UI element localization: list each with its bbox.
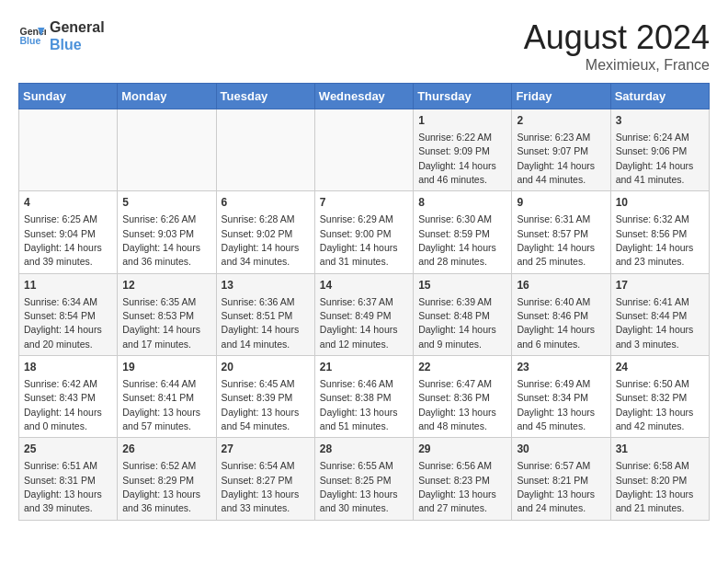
weekday-header-row: SundayMondayTuesdayWednesdayThursdayFrid… [19,84,710,109]
calendar-cell: 29Sunrise: 6:56 AM Sunset: 8:23 PM Dayli… [414,438,512,520]
svg-text:Blue: Blue [20,35,41,46]
day-info: Sunrise: 6:28 AM Sunset: 9:02 PM Dayligh… [222,213,300,267]
day-number: 29 [418,442,506,457]
calendar-cell: 6Sunrise: 6:28 AM Sunset: 9:02 PM Daylig… [216,191,314,273]
calendar-cell: 21Sunrise: 6:46 AM Sunset: 8:38 PM Dayli… [314,356,413,438]
day-info: Sunrise: 6:57 AM Sunset: 8:21 PM Dayligh… [517,460,595,513]
day-info: Sunrise: 6:56 AM Sunset: 8:23 PM Dayligh… [418,460,496,513]
day-number: 21 [320,360,408,375]
day-number: 18 [24,360,112,375]
day-info: Sunrise: 6:32 AM Sunset: 8:56 PM Dayligh… [616,213,694,267]
calendar-cell: 26Sunrise: 6:52 AM Sunset: 8:29 PM Dayli… [118,438,216,520]
day-info: Sunrise: 6:52 AM Sunset: 8:29 PM Dayligh… [122,460,200,513]
day-number: 20 [222,360,310,375]
day-number: 23 [517,360,605,375]
day-info: Sunrise: 6:34 AM Sunset: 8:54 PM Dayligh… [24,296,102,350]
day-info: Sunrise: 6:55 AM Sunset: 8:25 PM Dayligh… [320,460,398,513]
day-number: 11 [24,278,112,293]
day-info: Sunrise: 6:51 AM Sunset: 8:31 PM Dayligh… [24,460,102,513]
calendar-cell: 22Sunrise: 6:47 AM Sunset: 8:36 PM Dayli… [414,356,512,438]
day-number: 1 [418,113,506,129]
day-info: Sunrise: 6:30 AM Sunset: 8:59 PM Dayligh… [418,213,496,267]
calendar-cell: 9Sunrise: 6:31 AM Sunset: 8:57 PM Daylig… [512,191,610,273]
day-number: 13 [222,278,310,293]
calendar-cell: 19Sunrise: 6:44 AM Sunset: 8:41 PM Dayli… [118,356,216,438]
day-info: Sunrise: 6:54 AM Sunset: 8:27 PM Dayligh… [222,460,300,513]
day-number: 25 [24,442,112,457]
title-block: August 2024 Meximieux, France [524,18,710,74]
day-info: Sunrise: 6:50 AM Sunset: 8:32 PM Dayligh… [616,378,694,431]
location: Meximieux, France [524,57,710,74]
day-info: Sunrise: 6:47 AM Sunset: 8:36 PM Dayligh… [418,378,496,431]
day-info: Sunrise: 6:31 AM Sunset: 8:57 PM Dayligh… [517,213,595,267]
calendar-cell: 7Sunrise: 6:29 AM Sunset: 9:00 PM Daylig… [314,191,413,273]
weekday-header-tuesday: Tuesday [216,84,314,109]
calendar-table: SundayMondayTuesdayWednesdayThursdayFrid… [18,83,710,521]
calendar-cell: 28Sunrise: 6:55 AM Sunset: 8:25 PM Dayli… [314,438,413,520]
week-row-1: 1Sunrise: 6:22 AM Sunset: 9:09 PM Daylig… [19,109,710,191]
calendar-cell: 31Sunrise: 6:58 AM Sunset: 8:20 PM Dayli… [610,438,709,520]
day-number: 31 [616,442,704,457]
day-number: 3 [616,113,704,129]
weekday-header-wednesday: Wednesday [314,84,413,109]
calendar-cell: 30Sunrise: 6:57 AM Sunset: 8:21 PM Dayli… [512,438,610,520]
day-number: 27 [222,442,310,457]
day-number: 9 [517,195,605,211]
logo-general: General [50,18,105,36]
calendar-cell: 2Sunrise: 6:23 AM Sunset: 9:07 PM Daylig… [512,109,610,191]
day-info: Sunrise: 6:40 AM Sunset: 8:46 PM Dayligh… [517,296,595,350]
weekday-header-saturday: Saturday [610,84,709,109]
day-number: 6 [222,195,310,211]
day-info: Sunrise: 6:22 AM Sunset: 9:09 PM Dayligh… [418,132,496,185]
day-info: Sunrise: 6:25 AM Sunset: 9:04 PM Dayligh… [24,213,102,267]
day-number: 4 [24,195,112,211]
day-number: 7 [320,195,408,211]
logo: General Blue General Blue [18,18,105,53]
day-info: Sunrise: 6:26 AM Sunset: 9:03 PM Dayligh… [122,213,200,267]
day-number: 14 [320,278,408,293]
week-row-4: 18Sunrise: 6:42 AM Sunset: 8:43 PM Dayli… [19,356,710,438]
day-number: 28 [320,442,408,457]
calendar-cell: 25Sunrise: 6:51 AM Sunset: 8:31 PM Dayli… [19,438,118,520]
day-info: Sunrise: 6:37 AM Sunset: 8:49 PM Dayligh… [320,296,398,350]
weekday-header-sunday: Sunday [19,84,118,109]
calendar-cell: 15Sunrise: 6:39 AM Sunset: 8:48 PM Dayli… [414,273,512,355]
calendar-cell: 27Sunrise: 6:54 AM Sunset: 8:27 PM Dayli… [216,438,314,520]
day-info: Sunrise: 6:49 AM Sunset: 8:34 PM Dayligh… [517,378,595,431]
calendar-cell: 23Sunrise: 6:49 AM Sunset: 8:34 PM Dayli… [512,356,610,438]
day-number: 17 [616,278,704,293]
day-number: 5 [122,195,210,211]
day-number: 16 [517,278,605,293]
logo-icon: General Blue [18,22,46,50]
day-number: 26 [122,442,210,457]
day-number: 15 [418,278,506,293]
day-number: 19 [122,360,210,375]
day-info: Sunrise: 6:39 AM Sunset: 8:48 PM Dayligh… [418,296,496,350]
day-info: Sunrise: 6:23 AM Sunset: 9:07 PM Dayligh… [517,132,595,185]
page-header: General Blue General Blue August 2024 Me… [18,18,710,74]
day-info: Sunrise: 6:29 AM Sunset: 9:00 PM Dayligh… [320,213,398,267]
calendar-cell: 5Sunrise: 6:26 AM Sunset: 9:03 PM Daylig… [118,191,216,273]
day-info: Sunrise: 6:45 AM Sunset: 8:39 PM Dayligh… [222,378,300,431]
day-number: 24 [616,360,704,375]
calendar-cell: 20Sunrise: 6:45 AM Sunset: 8:39 PM Dayli… [216,356,314,438]
calendar-cell [216,109,314,191]
day-number: 10 [616,195,704,211]
calendar-cell [118,109,216,191]
day-info: Sunrise: 6:58 AM Sunset: 8:20 PM Dayligh… [616,460,694,513]
calendar-cell: 11Sunrise: 6:34 AM Sunset: 8:54 PM Dayli… [19,273,118,355]
month-year: August 2024 [524,18,710,57]
week-row-2: 4Sunrise: 6:25 AM Sunset: 9:04 PM Daylig… [19,191,710,273]
calendar-cell: 3Sunrise: 6:24 AM Sunset: 9:06 PM Daylig… [610,109,709,191]
day-info: Sunrise: 6:46 AM Sunset: 8:38 PM Dayligh… [320,378,398,431]
day-number: 8 [418,195,506,211]
day-number: 12 [122,278,210,293]
calendar-cell: 17Sunrise: 6:41 AM Sunset: 8:44 PM Dayli… [610,273,709,355]
calendar-cell: 1Sunrise: 6:22 AM Sunset: 9:09 PM Daylig… [414,109,512,191]
calendar-cell [19,109,118,191]
calendar-cell: 8Sunrise: 6:30 AM Sunset: 8:59 PM Daylig… [414,191,512,273]
day-info: Sunrise: 6:42 AM Sunset: 8:43 PM Dayligh… [24,378,102,431]
logo-blue: Blue [50,36,105,53]
day-info: Sunrise: 6:36 AM Sunset: 8:51 PM Dayligh… [222,296,300,350]
calendar-cell: 24Sunrise: 6:50 AM Sunset: 8:32 PM Dayli… [610,356,709,438]
